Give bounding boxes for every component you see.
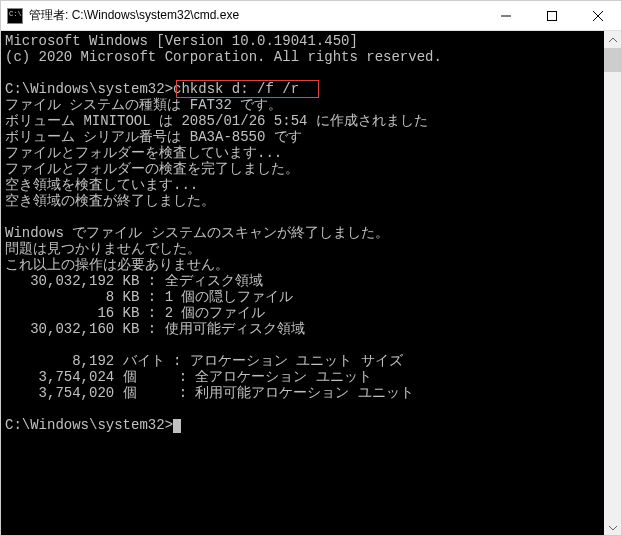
terminal-output[interactable]: Microsoft Windows [Version 10.0.19041.45…	[1, 31, 604, 536]
svg-rect-1	[548, 11, 557, 20]
scroll-down-button[interactable]	[604, 519, 621, 536]
maximize-button[interactable]	[529, 1, 575, 31]
scroll-up-button[interactable]	[604, 31, 621, 48]
titlebar: 管理者: C:\Windows\system32\cmd.exe	[1, 1, 621, 31]
scroll-track[interactable]	[604, 48, 621, 519]
cmd-icon	[7, 8, 23, 24]
window-title: 管理者: C:\Windows\system32\cmd.exe	[29, 7, 483, 24]
terminal-container: Microsoft Windows [Version 10.0.19041.45…	[1, 31, 621, 536]
scroll-thumb[interactable]	[604, 48, 621, 72]
close-button[interactable]	[575, 1, 621, 31]
window-controls	[483, 1, 621, 31]
minimize-button[interactable]	[483, 1, 529, 31]
vertical-scrollbar[interactable]	[604, 31, 621, 536]
